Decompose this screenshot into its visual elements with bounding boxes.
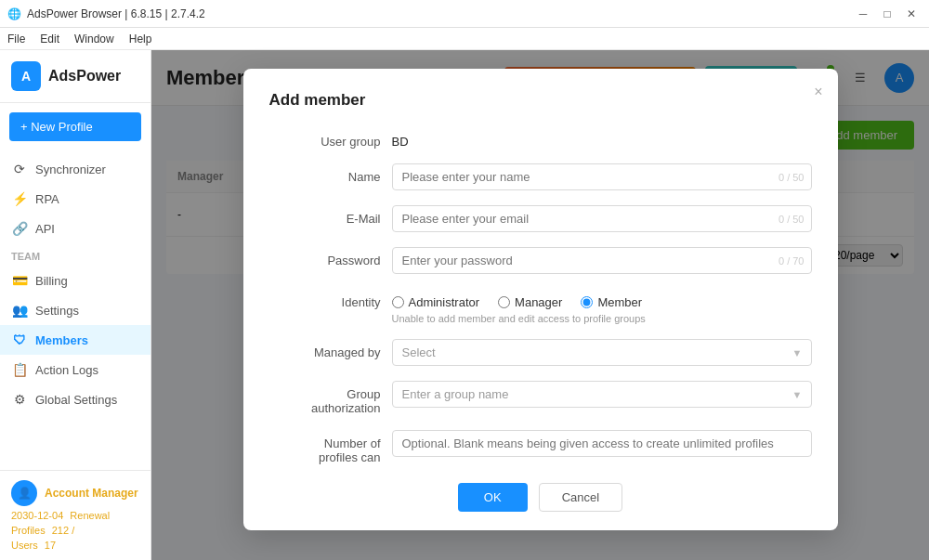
num-profiles-label: Number ofprofiles can xyxy=(269,430,381,464)
num-profiles-input-wrapper xyxy=(392,430,812,457)
users-label: Users xyxy=(11,540,38,551)
main-content: Members Up To 50% Off & 60 Bonus Days ☁ … xyxy=(151,50,929,560)
sidebar-item-label: Action Logs xyxy=(35,363,98,377)
new-profile-button[interactable]: + New Profile xyxy=(9,112,141,141)
cancel-button[interactable]: Cancel xyxy=(539,483,622,512)
modal-title: Add member xyxy=(269,91,812,110)
sidebar-item-label: RPA xyxy=(35,192,59,206)
sidebar-item-members[interactable]: 🛡 Members xyxy=(0,325,150,355)
titlebar: 🌐 AdsPower Browser | 6.8.15 | 2.7.4.2 ─ … xyxy=(0,0,929,28)
sidebar-item-billing[interactable]: 💳 Billing xyxy=(0,266,150,295)
add-member-modal: Add member × User group BD Name 0 / 50 xyxy=(243,69,838,530)
name-input[interactable] xyxy=(392,163,812,190)
num-profiles-input[interactable] xyxy=(392,430,812,457)
members-icon: 🛡 xyxy=(11,332,28,347)
radio-member[interactable]: Member xyxy=(581,295,642,309)
profiles-stat: Profiles 212 / xyxy=(11,525,139,536)
menu-window[interactable]: Window xyxy=(74,33,114,46)
managed-by-wrapper: Select ▼ xyxy=(392,339,812,366)
profiles-label: Profiles xyxy=(11,525,46,536)
sidebar-item-label: Members xyxy=(35,333,88,347)
account-stats: 2030-12-04 Renewal xyxy=(11,510,139,521)
synchronizer-icon: ⟳ xyxy=(11,162,28,176)
identity-label: Identity xyxy=(269,289,381,309)
password-input-wrapper: 0 / 70 xyxy=(392,247,812,274)
user-group-label: User group xyxy=(269,128,381,149)
users-value: 17 xyxy=(45,540,56,551)
ok-button[interactable]: OK xyxy=(458,483,528,512)
sidebar-item-label: Global Settings xyxy=(35,393,117,407)
api-icon: 🔗 xyxy=(11,221,28,236)
user-group-value: BD xyxy=(392,128,409,149)
menubar: File Edit Window Help xyxy=(0,28,929,50)
name-label: Name xyxy=(269,163,381,184)
new-profile-label: + New Profile xyxy=(20,120,93,134)
maximize-button[interactable]: □ xyxy=(877,4,897,24)
email-input-wrapper: 0 / 50 xyxy=(392,205,812,232)
titlebar-title: 🌐 AdsPower Browser | 6.8.15 | 2.7.4.2 xyxy=(7,7,205,20)
sidebar-header: A AdsPower xyxy=(0,50,150,103)
form-row-managed-by: Managed by Select ▼ xyxy=(269,339,812,366)
close-button[interactable]: ✕ xyxy=(901,4,922,24)
account-avatar: 👤 xyxy=(11,480,37,506)
menu-help[interactable]: Help xyxy=(129,33,152,46)
users-stat: Users 17 xyxy=(11,540,139,551)
account-details: Account Manager xyxy=(45,487,138,500)
modal-close-button[interactable]: × xyxy=(814,84,822,100)
form-row-identity: Identity Administrator Manager xyxy=(269,289,812,324)
group-auth-select[interactable]: Enter a group name xyxy=(392,381,812,408)
radio-administrator[interactable]: Administrator xyxy=(392,295,480,309)
email-label: E-Mail xyxy=(269,205,381,226)
form-row-group-auth: Groupauthorization Enter a group name ▼ xyxy=(269,381,812,415)
sidebar-item-synchronizer[interactable]: ⟳ Synchronizer xyxy=(0,154,150,184)
sidebar-nav: ⟳ Synchronizer ⚡ RPA 🔗 API Team 💳 Billin… xyxy=(0,150,150,470)
minimize-button[interactable]: ─ xyxy=(853,4,873,24)
settings-icon: 👥 xyxy=(11,303,28,318)
action-logs-icon: 📋 xyxy=(11,362,28,377)
account-name: Account Manager xyxy=(45,487,138,500)
profiles-value: 212 / xyxy=(52,525,74,536)
password-input[interactable] xyxy=(392,247,812,274)
menu-file[interactable]: File xyxy=(7,33,25,46)
sidebar-item-action-logs[interactable]: 📋 Action Logs xyxy=(0,355,150,384)
identity-radio-group: Administrator Manager Member xyxy=(392,289,812,309)
group-auth-wrapper: Enter a group name ▼ xyxy=(392,381,812,408)
form-row-email: E-Mail 0 / 50 xyxy=(269,205,812,232)
radio-manager-input[interactable] xyxy=(498,296,510,308)
global-settings-icon: ⚙ xyxy=(11,392,28,407)
sidebar-item-api[interactable]: 🔗 API xyxy=(0,214,150,243)
app-layout: A AdsPower + New Profile ⟳ Synchronizer … xyxy=(0,50,929,560)
sidebar-item-label: API xyxy=(35,222,55,236)
sidebar-item-global-settings[interactable]: ⚙ Global Settings xyxy=(0,384,150,414)
account-date: 2030-12-04 xyxy=(11,510,63,521)
email-counter: 0 / 50 xyxy=(779,214,805,225)
radio-member-label: Member xyxy=(597,295,642,309)
app-icon: 🌐 xyxy=(7,7,21,20)
managed-by-select[interactable]: Select xyxy=(392,339,812,366)
radio-member-input[interactable] xyxy=(581,296,593,308)
password-label: Password xyxy=(269,247,381,267)
name-input-wrapper: 0 / 50 xyxy=(392,163,812,190)
sidebar-item-settings[interactable]: 👥 Settings xyxy=(0,295,150,325)
sidebar-footer: 👤 Account Manager 2030-12-04 Renewal Pro… xyxy=(0,470,150,560)
email-input[interactable] xyxy=(392,205,812,232)
password-counter: 0 / 70 xyxy=(779,255,805,267)
account-info[interactable]: 👤 Account Manager xyxy=(11,480,139,506)
rpa-icon: ⚡ xyxy=(11,191,28,206)
sidebar-item-label: Synchronizer xyxy=(35,163,106,176)
sidebar-item-rpa[interactable]: ⚡ RPA xyxy=(0,184,150,214)
sidebar: A AdsPower + New Profile ⟳ Synchronizer … xyxy=(0,50,151,560)
radio-administrator-input[interactable] xyxy=(392,296,404,308)
billing-icon: 💳 xyxy=(11,273,28,288)
renewal-link[interactable]: Renewal xyxy=(70,510,110,521)
radio-manager[interactable]: Manager xyxy=(498,295,562,309)
form-row-user-group: User group BD xyxy=(269,128,812,149)
titlebar-controls: ─ □ ✕ xyxy=(853,4,922,24)
logo-text: AdsPower xyxy=(48,68,121,85)
form-row-password: Password 0 / 70 xyxy=(269,247,812,274)
identity-options: Administrator Manager Member Unabl xyxy=(392,289,812,324)
radio-administrator-label: Administrator xyxy=(409,295,480,309)
form-row-name: Name 0 / 50 xyxy=(269,163,812,190)
menu-edit[interactable]: Edit xyxy=(40,33,59,46)
modal-footer: OK Cancel xyxy=(269,483,812,512)
